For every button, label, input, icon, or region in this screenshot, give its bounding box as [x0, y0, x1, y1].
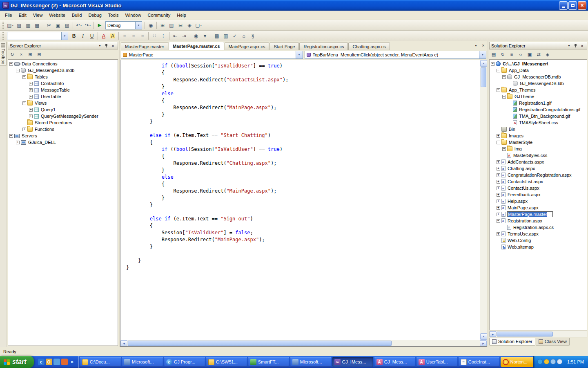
- combo-solution-configurations[interactable]: Debug▼: [105, 21, 142, 29]
- tree-item-stored-procedures[interactable]: Stored Procedures: [8, 119, 118, 126]
- taskbar-button-microsoft[interactable]: Microsoft...: [290, 357, 331, 367]
- panel-tab-class-view[interactable]: Class View: [536, 338, 570, 346]
- tree-item-gjtheme[interactable]: −GJTheme: [490, 93, 587, 100]
- redo-icon[interactable]: ↷▾: [83, 21, 92, 29]
- menu-edit[interactable]: Edit: [16, 12, 30, 18]
- menu-file[interactable]: File: [2, 12, 16, 18]
- collapse-icon[interactable]: −: [491, 62, 494, 66]
- tree-item-masterpage-master[interactable]: +MasterPage.master: [490, 211, 587, 218]
- taskbar-button-smartft[interactable]: SmartFT...: [248, 357, 289, 367]
- tray-volume-icon[interactable]: [557, 359, 562, 364]
- browser-icon[interactable]: ⌂: [239, 32, 248, 40]
- expand-icon[interactable]: +: [497, 160, 500, 164]
- scroll-down-icon[interactable]: ▼: [480, 333, 487, 340]
- tab-masterpage-master[interactable]: MasterPage.master: [121, 43, 168, 50]
- expand-icon[interactable]: +: [497, 173, 500, 177]
- collapse-icon[interactable]: −: [497, 219, 500, 223]
- tree-item-contactslist-aspx[interactable]: +ContactsList.aspx: [490, 178, 587, 185]
- tree-item-registration-aspx-cs[interactable]: Registration.aspx.cs: [490, 224, 587, 231]
- expand-icon[interactable]: +: [497, 232, 500, 236]
- quick-launch-overflow-icon[interactable]: »: [69, 359, 76, 365]
- auto-hide-pin-icon[interactable]: [103, 43, 109, 49]
- tree-item-functions[interactable]: +Functions: [8, 126, 118, 132]
- menu-view[interactable]: View: [30, 12, 46, 18]
- menu-community[interactable]: Community: [145, 12, 174, 18]
- expand-icon[interactable]: +: [502, 147, 506, 151]
- tree-item-chatting-aspx[interactable]: +Chatting.aspx: [490, 165, 587, 172]
- horizontal-scrollbar[interactable]: ◀ ▶: [120, 340, 487, 347]
- scroll-up-icon[interactable]: ▲: [480, 60, 487, 67]
- tree-item-gj-messengerdb-ldb[interactable]: GJ_MessengerDB.ldb: [490, 80, 587, 87]
- chevron-down-icon[interactable]: ▼: [135, 22, 142, 29]
- tree-item-contactus-aspx[interactable]: +ContactUs.aspx: [490, 185, 587, 191]
- vertical-scrollbar-thumb[interactable]: [481, 67, 486, 87]
- properties-window-icon[interactable]: ▤: [167, 21, 176, 29]
- tree-item-addcontacts-aspx[interactable]: +AddContacts.aspx: [490, 159, 587, 165]
- tree-item-registrationcongratulations-gif[interactable]: RegistrationCongratulations.gif: [490, 106, 587, 113]
- collapse-icon[interactable]: −: [9, 62, 13, 66]
- expand-icon[interactable]: +: [29, 114, 33, 118]
- expand-icon[interactable]: +: [497, 167, 500, 171]
- expand-icon[interactable]: +: [29, 88, 33, 92]
- expand-icon[interactable]: +: [29, 82, 33, 85]
- validate-icon[interactable]: ✓: [230, 32, 239, 40]
- tree-item-views[interactable]: −Views: [8, 100, 118, 106]
- comment-icon[interactable]: ▤: [212, 32, 221, 40]
- toolbox-tab[interactable]: Toolbox: [0, 42, 7, 66]
- save-icon[interactable]: ▦: [24, 21, 33, 29]
- toolbar-grip[interactable]: [2, 22, 4, 29]
- collapse-icon[interactable]: −: [22, 75, 26, 79]
- taskbar-button-codeinst[interactable]: ≡CodeInst...: [459, 357, 499, 367]
- expand-icon[interactable]: +: [497, 200, 500, 203]
- minimize-button[interactable]: [559, 1, 568, 10]
- object-browser-icon[interactable]: ◈: [185, 21, 194, 29]
- internet-explorer-icon[interactable]: e: [38, 359, 45, 365]
- hyperlink-icon[interactable]: ◉: [192, 32, 200, 40]
- menu-window[interactable]: Window: [122, 12, 144, 18]
- other-windows-icon[interactable]: ▢▾: [194, 21, 203, 29]
- paste-icon[interactable]: ▨: [62, 21, 71, 29]
- expand-icon[interactable]: +: [497, 134, 500, 138]
- expand-icon[interactable]: +: [22, 128, 26, 131]
- auto-hide-pin-icon[interactable]: [572, 43, 579, 49]
- scroll-right-icon[interactable]: ▶: [490, 331, 496, 337]
- tree-item-bin[interactable]: Bin: [490, 126, 587, 132]
- horizontal-scrollbar[interactable]: ◀ ▶: [489, 331, 587, 337]
- align-center-icon[interactable]: ≡: [129, 32, 138, 40]
- tree-item-querygetmessagebysender[interactable]: +QueryGetMessageBySender: [8, 113, 118, 119]
- close-panel-icon[interactable]: ×: [579, 43, 585, 49]
- connect-to-server-icon[interactable]: ⊟: [35, 51, 43, 58]
- new-website-icon[interactable]: ▤▾: [6, 21, 15, 29]
- connect-to-database-icon[interactable]: ⊞: [26, 51, 34, 58]
- solution-explorer-icon[interactable]: ⊞: [158, 21, 167, 29]
- maximize-button[interactable]: [568, 1, 577, 10]
- open-file-icon[interactable]: ▧: [15, 21, 24, 29]
- tray-messenger-icon[interactable]: [537, 359, 543, 364]
- scroll-left-icon[interactable]: ◀: [120, 340, 127, 346]
- expand-icon[interactable]: +: [29, 95, 33, 99]
- asp-net-configuration-icon[interactable]: ◈: [543, 51, 552, 58]
- tree-item-congratulationregistration-aspx[interactable]: +CongratulationRegistration.aspx: [490, 172, 587, 178]
- collapse-icon[interactable]: −: [9, 134, 13, 138]
- expand-icon[interactable]: +: [497, 186, 500, 190]
- copy-web-site-icon[interactable]: ⇄: [535, 51, 543, 58]
- menu-build[interactable]: Build: [69, 12, 85, 18]
- active-files-dropdown-icon[interactable]: ▼: [473, 43, 479, 48]
- window-position-icon[interactable]: ▼: [566, 43, 572, 49]
- tree-item-usertable[interactable]: +UserTable: [8, 93, 118, 100]
- collapse-icon[interactable]: −: [497, 69, 500, 72]
- collapse-icon[interactable]: −: [16, 69, 20, 72]
- refresh-icon[interactable]: ↻: [8, 51, 16, 58]
- stop-refresh-icon[interactable]: ×: [17, 51, 25, 58]
- tab-mainpage-aspx-cs[interactable]: MainPage.aspx.cs: [225, 43, 270, 50]
- chevron-down-icon[interactable]: ▼: [296, 51, 303, 58]
- tree-item-mainpage-aspx[interactable]: +MainPage.aspx: [490, 204, 587, 211]
- taskbar-button-norton[interactable]: Norton...: [501, 357, 533, 367]
- close-panel-icon[interactable]: ×: [110, 43, 116, 49]
- tab-masterpage-master-cs[interactable]: MasterPage.master.cs: [169, 42, 224, 50]
- menu-debug[interactable]: Debug: [85, 12, 105, 18]
- collapse-icon[interactable]: −: [502, 75, 506, 79]
- toolbox-icon[interactable]: ⊟: [176, 21, 185, 29]
- scroll-right-icon[interactable]: ▶: [480, 340, 487, 346]
- menu-help[interactable]: Help: [174, 12, 189, 18]
